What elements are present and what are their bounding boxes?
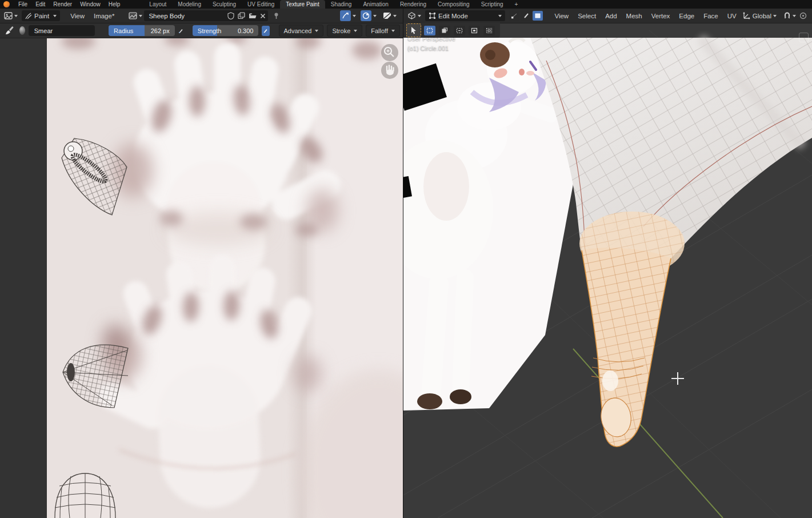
viewport-menu-view[interactable]: View	[550, 13, 573, 19]
editor-type-dropdown[interactable]	[406, 10, 423, 21]
chevron-down-icon	[773, 15, 777, 17]
image-editor-gutter	[0, 38, 47, 518]
brush-name-field[interactable]: Smear	[29, 25, 95, 36]
shading-sphere-dropdown[interactable]	[361, 10, 371, 21]
snap-magnet-icon	[783, 12, 791, 19]
stroke-popover-button[interactable]: Stroke	[327, 25, 362, 37]
workspace-tab-shading[interactable]: Shading	[325, 0, 358, 9]
radius-pressure-icon[interactable]	[178, 27, 183, 35]
viewport-tool-settings	[403, 23, 500, 38]
add-workspace-button[interactable]: +	[515, 1, 518, 7]
navigation-gizmo-icon[interactable]	[799, 33, 809, 42]
radius-slider[interactable]: Radius 262 px	[109, 25, 175, 36]
chevron-down-icon	[498, 15, 502, 17]
brush-name: Smear	[34, 27, 53, 34]
falloff-arrow-icon	[342, 12, 349, 19]
face-select-icon	[534, 13, 541, 19]
image-editor-menu-view[interactable]: View	[66, 13, 89, 19]
cursor-arrow-icon	[410, 26, 417, 34]
chevron-down-icon[interactable]	[373, 15, 377, 17]
workspace-tab-scripting[interactable]: Scripting	[475, 0, 509, 9]
menu-help[interactable]: Help	[105, 0, 125, 9]
workspace-tab-animation[interactable]: Animation	[357, 0, 394, 9]
mode-dropdown[interactable]: Edit Mode	[425, 10, 505, 21]
texture-paint-canvas[interactable]	[47, 38, 403, 518]
vertex-select-button[interactable]	[509, 11, 520, 21]
image-name-field[interactable]: Sheep Body	[144, 10, 268, 21]
image-paint-tool-settings: Smear Radius 262 px Strength 0.300 Advan…	[0, 23, 403, 38]
proportional-editing-button[interactable]	[798, 10, 809, 21]
workspace-tab-layout[interactable]: Layout	[143, 0, 172, 9]
unlink-image-close-icon[interactable]	[260, 13, 266, 19]
box-select-intersect-icon	[486, 27, 493, 34]
chevron-down-icon[interactable]	[353, 15, 356, 17]
blender-logo-icon[interactable]	[3, 1, 10, 7]
workspace-tab-compositing[interactable]: Compositing	[432, 0, 475, 9]
viewport-scene[interactable]	[403, 30, 812, 518]
falloff-popover-button[interactable]: Falloff	[366, 25, 400, 37]
active-brush-tool-button[interactable]	[3, 25, 16, 36]
strength-pressure-icon[interactable]	[262, 26, 269, 36]
mode-label: Edit Mode	[438, 13, 468, 19]
viewport-menu-select[interactable]: Select	[573, 13, 601, 19]
select-set-button[interactable]	[424, 26, 435, 35]
workspace-tab-modeling[interactable]: Modeling	[172, 0, 207, 9]
menu-file[interactable]: File	[14, 0, 31, 9]
image-editor-menu-image[interactable]: Image*	[89, 13, 119, 19]
box-select-invert-icon	[471, 27, 478, 34]
viewport-menu-face[interactable]: Face	[699, 13, 723, 19]
image-browse-icon	[129, 12, 137, 19]
workspace-tab-rendering[interactable]: Rendering	[394, 0, 432, 9]
blender-window: File Edit Render Window Help Layout Mode…	[0, 0, 812, 518]
paint-mode-label: Paint	[34, 13, 49, 19]
edge-select-button[interactable]	[521, 11, 531, 21]
advanced-label: Advanced	[284, 27, 312, 34]
viewport-menu-mesh[interactable]: Mesh	[622, 13, 647, 19]
editor-type-dropdown[interactable]	[2, 10, 19, 21]
face-select-button[interactable]	[533, 11, 543, 21]
falloff-curve-dropdown[interactable]	[340, 10, 351, 21]
brush-preview-sphere[interactable]	[19, 26, 25, 35]
select-invert-button[interactable]	[469, 26, 480, 35]
workspace-tab-sculpting[interactable]: Sculpting	[207, 0, 242, 9]
canvas-zoom-button[interactable]	[381, 44, 398, 61]
canvas-pan-button[interactable]	[381, 62, 398, 79]
radius-label: Radius	[114, 27, 133, 34]
edge-select-icon	[523, 13, 530, 19]
menu-render[interactable]: Render	[49, 0, 76, 9]
shading-sphere-icon	[362, 12, 370, 19]
chevron-down-icon	[393, 15, 397, 17]
select-intersect-button[interactable]	[483, 26, 495, 35]
transform-orientation-dropdown[interactable]: Global	[741, 10, 778, 21]
viewport-menu-add[interactable]: Add	[601, 13, 621, 19]
browse-image-dropdown[interactable]	[127, 10, 144, 21]
edit-mode-icon	[429, 12, 436, 19]
paint-mode-dropdown[interactable]: Paint	[22, 10, 60, 21]
shield-icon[interactable]	[227, 12, 234, 19]
viewport-menu-uv[interactable]: UV	[723, 13, 741, 19]
orientation-label: Global	[753, 13, 771, 19]
snap-dropdown[interactable]	[782, 10, 798, 21]
box-select-extend-icon	[441, 27, 448, 34]
viewport-menu-edge[interactable]: Edge	[674, 13, 699, 19]
menu-window[interactable]: Window	[76, 0, 105, 9]
chevron-down-icon	[53, 15, 57, 17]
display-channels-dropdown[interactable]	[381, 10, 398, 21]
workspace-tab-uv-editing[interactable]: UV Editing	[242, 0, 280, 9]
menu-edit[interactable]: Edit	[31, 0, 49, 9]
duplicate-image-icon[interactable]	[238, 12, 245, 19]
strength-slider[interactable]: Strength 0.300	[193, 25, 259, 36]
workspace-tabs: Layout Modeling Sculpting UV Editing Tex…	[143, 0, 509, 9]
viewport-menu-vertex[interactable]: Vertex	[647, 13, 675, 19]
select-extend-button[interactable]	[439, 26, 450, 35]
vertex-select-icon	[511, 13, 518, 19]
viewport-3d: Edit Mode View Select	[403, 9, 812, 518]
open-image-folder-icon[interactable]	[249, 13, 257, 19]
active-select-tool-button[interactable]	[406, 23, 421, 37]
pin-icon[interactable]	[273, 12, 280, 19]
select-subtract-button[interactable]	[454, 26, 465, 35]
advanced-popover-button[interactable]: Advanced	[279, 25, 324, 37]
editor-splitter[interactable]	[403, 9, 403, 518]
workspace-tab-texture-paint[interactable]: Texture Paint	[280, 0, 325, 9]
strength-value: 0.300	[238, 27, 254, 34]
